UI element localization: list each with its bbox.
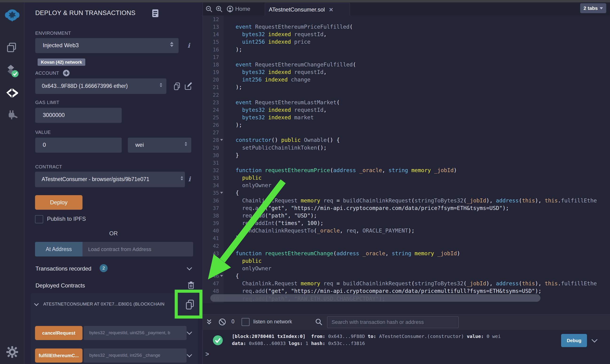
value-input[interactable]: 0 [35, 138, 122, 153]
code-line[interactable]: event RequestEthereumLastMarket( [224, 99, 610, 106]
gas-limit-input[interactable]: 3000000 [35, 108, 122, 123]
log-expand-chevron-icon[interactable] [592, 338, 597, 343]
function-expand-chevron-icon[interactable] [187, 353, 191, 357]
account-select[interactable]: 0x643...9F88D (1.666673996 ether) [35, 78, 166, 94]
code-line[interactable]: req.addInt("times", 100); [224, 219, 610, 227]
code-line[interactable]: { [224, 189, 610, 197]
tx-log-line1[interactable]: [block:20780401 txIndex:0] from: 0x643..… [232, 334, 501, 339]
contract-info-icon[interactable]: i [188, 175, 191, 183]
code-line[interactable]: setPublicChainlinkToken(); [224, 144, 610, 152]
panel-doc-icon[interactable] [152, 9, 159, 19]
transactions-chevron-down-icon[interactable] [187, 266, 191, 271]
zoom-in-icon[interactable] [216, 6, 223, 14]
cancel-request-button[interactable]: cancelRequest [35, 326, 82, 340]
plugin-manager-icon[interactable] [0, 110, 24, 121]
fulfill-ethereum-button[interactable]: fulfillEthereumC... [35, 349, 82, 363]
tab-home[interactable]: Home [235, 6, 250, 12]
tx-log-line2[interactable]: data: 0x608...60033 logs: 1 hash: 0x53c.… [232, 340, 365, 346]
line-number: 42 [203, 242, 224, 250]
code-line[interactable] [224, 91, 610, 99]
code-line[interactable] [224, 159, 610, 167]
code-line[interactable]: { [224, 272, 610, 280]
code-line[interactable]: bytes32 indexed requestId, [224, 68, 610, 76]
trash-icon[interactable] [187, 281, 195, 290]
remix-logo-icon[interactable] [0, 9, 24, 23]
code-line[interactable]: public [224, 174, 610, 182]
copy-account-icon[interactable] [173, 82, 180, 91]
search-icon[interactable] [315, 318, 323, 327]
terminal-search-input[interactable]: Search with transaction hash or address [327, 316, 459, 328]
horizontal-scrollbar[interactable] [210, 294, 541, 302]
code-line[interactable]: ); [224, 83, 610, 91]
code-line[interactable]: req.add("get", "https://min-api.cryptoco… [224, 287, 610, 295]
code-line[interactable] [224, 242, 610, 250]
code-line[interactable]: bytes32 indexed requestId, [224, 30, 610, 38]
add-account-icon[interactable] [63, 69, 70, 78]
code-line[interactable]: } [224, 152, 610, 159]
code-line[interactable]: event RequestEthereumChangeFulfilled( [224, 61, 610, 69]
code-line[interactable]: req.add("get", "https://min-api.cryptoco… [224, 204, 610, 212]
settings-gear-icon[interactable] [0, 346, 24, 358]
file-explorer-icon[interactable] [0, 42, 24, 53]
code-line[interactable]: onlyOwner [224, 265, 610, 273]
cancel-request-input[interactable]: bytes32 _requestId, uint256 _payment, b [84, 326, 186, 340]
code-line[interactable]: req.add("path", "USD"); [224, 212, 610, 220]
solidity-compiler-icon[interactable] [0, 64, 24, 78]
expand-terminal-icon[interactable] [206, 319, 212, 327]
select-arrows-icon [185, 142, 187, 146]
code-line[interactable]: sendChainlinkRequestTo(_oracle, req, ORA… [224, 227, 610, 234]
publish-ipfs-checkbox[interactable] [35, 215, 43, 223]
listen-network-checkbox[interactable] [241, 318, 250, 326]
code-line[interactable] [224, 53, 610, 61]
contract-select[interactable]: ATestnetConsumer - browser/gists/9b71e07… [35, 172, 185, 187]
code-line[interactable]: public [224, 257, 610, 265]
fold-arrow-icon[interactable] [220, 139, 223, 141]
at-address-button[interactable]: At Address [35, 242, 82, 257]
cancel-request-params: bytes32 _requestId, uint256 _payment, b [89, 330, 182, 335]
function-expand-chevron-icon[interactable] [187, 330, 191, 335]
code-line[interactable]: function requestEthereumChange(address _… [224, 250, 610, 257]
environment-info-icon[interactable]: i [187, 42, 190, 49]
at-address-input[interactable]: Load contract from Address [82, 242, 193, 257]
deploy-and-run-icon[interactable] [0, 87, 24, 99]
deploy-button[interactable]: Deploy [35, 195, 82, 210]
fold-arrow-icon[interactable] [220, 192, 223, 194]
code-line[interactable]: int256 indexed change [224, 76, 610, 84]
code-line[interactable]: constructor() public Ownable() { [224, 136, 610, 144]
code-line[interactable]: ); [224, 46, 610, 53]
code-line[interactable] [224, 302, 610, 303]
debug-button[interactable]: Debug [561, 334, 587, 347]
fold-arrow-icon[interactable] [220, 275, 223, 277]
tabs-count-badge[interactable]: 2 tabs [580, 3, 606, 13]
code-line[interactable]: ); [224, 121, 610, 129]
zoom-out-icon[interactable] [206, 6, 213, 14]
instance-chevron-down-icon[interactable] [35, 302, 38, 306]
code-editor[interactable]: event RequestEthereumPriceFulfilled( byt… [224, 15, 610, 303]
code-line[interactable]: bytes32 indexed market [224, 114, 610, 121]
value-unit-select[interactable]: wei [128, 138, 191, 153]
line-number: 38 [203, 212, 224, 220]
copy-address-icon[interactable] [185, 299, 195, 312]
tab-active-file[interactable]: ATestnetConsumer.sol × [265, 3, 350, 16]
line-number: 14 [203, 30, 224, 38]
code-line[interactable] [224, 129, 610, 136]
edit-account-icon[interactable] [184, 82, 192, 91]
terminal-prompt[interactable]: > [205, 351, 209, 358]
clear-console-icon[interactable] [218, 318, 226, 327]
line-number: 21 [203, 83, 224, 91]
deployed-contract-card: ATESTNETCONSUMER AT 0X7E7...E80D1 (BLOCK… [30, 293, 198, 364]
environment-select[interactable]: Injected Web3 [35, 38, 179, 53]
code-line[interactable] [224, 15, 610, 23]
home-tab-icon[interactable] [226, 5, 234, 14]
code-line[interactable]: Chainlink.Request memory req = buildChai… [224, 197, 610, 205]
code-line[interactable]: } [224, 234, 610, 242]
fulfill-ethereum-input[interactable]: bytes32 _requestId, int256 _change [84, 349, 186, 363]
code-line[interactable]: bytes32 indexed requestId, [224, 106, 610, 114]
close-tab-icon[interactable]: × [329, 7, 333, 12]
code-line[interactable]: event RequestEthereumPriceFulfilled( [224, 23, 610, 31]
code-line[interactable]: Chainlink.Request memory req = buildChai… [224, 280, 610, 287]
code-line[interactable]: onlyOwner [224, 182, 610, 189]
account-value: 0x643...9F88D (1.666673996 ether) [42, 83, 152, 89]
code-line[interactable]: function requestEthereumPrice(address _o… [224, 167, 610, 174]
code-line[interactable]: uint256 indexed price [224, 38, 610, 46]
